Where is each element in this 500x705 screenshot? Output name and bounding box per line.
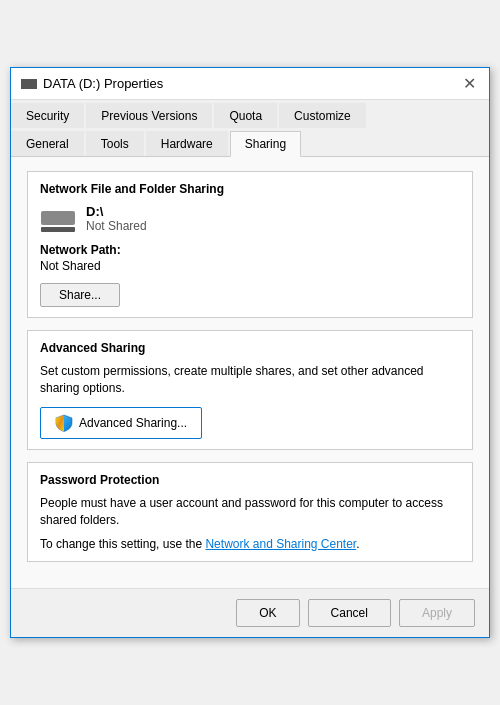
tab-customize[interactable]: Customize <box>279 103 366 128</box>
network-sharing-center-link[interactable]: Network and Sharing Center <box>205 537 356 551</box>
window-title: DATA (D:) Properties <box>43 76 163 91</box>
network-path-value: Not Shared <box>40 259 460 273</box>
tab-quota[interactable]: Quota <box>214 103 277 128</box>
password-protection-section: Password Protection People must have a u… <box>27 462 473 562</box>
drive-bar <box>41 227 75 232</box>
tab-sharing[interactable]: Sharing <box>230 131 301 157</box>
title-bar: DATA (D:) Properties ✕ <box>11 68 489 100</box>
properties-window: DATA (D:) Properties ✕ Security Previous… <box>10 67 490 637</box>
title-bar-left: DATA (D:) Properties <box>21 76 163 91</box>
tab-content: Network File and Folder Sharing D:\ Not … <box>11 157 489 587</box>
network-sharing-section: Network File and Folder Sharing D:\ Not … <box>27 171 473 318</box>
share-button[interactable]: Share... <box>40 283 120 307</box>
network-sharing-title: Network File and Folder Sharing <box>40 182 460 196</box>
network-path-label: Network Path: <box>40 243 460 257</box>
tab-tools[interactable]: Tools <box>86 131 144 156</box>
drive-text: D:\ Not Shared <box>86 204 147 233</box>
shield-uac-icon <box>55 414 73 432</box>
advanced-sharing-button-label: Advanced Sharing... <box>79 416 187 430</box>
apply-button[interactable]: Apply <box>399 599 475 627</box>
ok-button[interactable]: OK <box>236 599 299 627</box>
tabs-container: Security Previous Versions Quota Customi… <box>11 100 489 157</box>
drive-info: D:\ Not Shared <box>40 204 460 233</box>
drive-icon <box>40 206 76 232</box>
cancel-button[interactable]: Cancel <box>308 599 391 627</box>
tabs-row-upper: Security Previous Versions Quota Customi… <box>11 100 489 128</box>
advanced-sharing-button[interactable]: Advanced Sharing... <box>40 407 202 439</box>
password-description: People must have a user account and pass… <box>40 495 460 529</box>
tab-previous-versions[interactable]: Previous Versions <box>86 103 212 128</box>
tab-security[interactable]: Security <box>11 103 84 128</box>
drive-title-icon <box>21 79 37 89</box>
advanced-sharing-title: Advanced Sharing <box>40 341 460 355</box>
close-button[interactable]: ✕ <box>459 74 479 94</box>
drive-status: Not Shared <box>86 219 147 233</box>
period: . <box>356 537 359 551</box>
change-text: To change this setting, use the <box>40 537 205 551</box>
drive-body <box>41 211 75 225</box>
advanced-sharing-description: Set custom permissions, create multiple … <box>40 363 460 397</box>
tab-hardware[interactable]: Hardware <box>146 131 228 156</box>
advanced-sharing-section: Advanced Sharing Set custom permissions,… <box>27 330 473 450</box>
footer: OK Cancel Apply <box>11 588 489 637</box>
password-change-line: To change this setting, use the Network … <box>40 537 460 551</box>
tab-general[interactable]: General <box>11 131 84 156</box>
drive-label: D:\ <box>86 204 147 219</box>
password-protection-title: Password Protection <box>40 473 460 487</box>
tabs-row-lower: General Tools Hardware Sharing <box>11 128 489 156</box>
